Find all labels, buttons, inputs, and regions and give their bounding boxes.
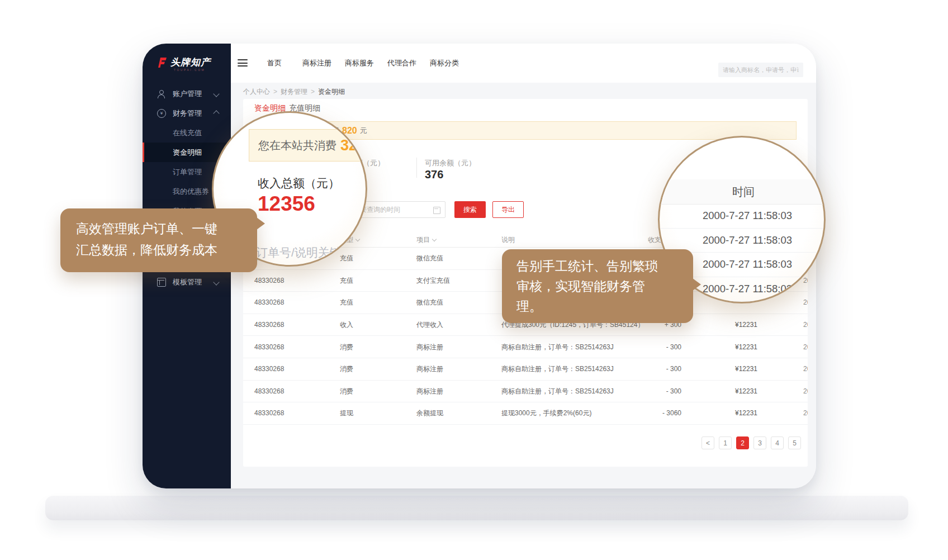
sidebar-item-1[interactable]: ¥财务管理: [143, 103, 231, 123]
cell-type: 消费: [340, 342, 353, 352]
stat-divider: [416, 158, 417, 178]
magnified-time-header: 时间: [660, 179, 826, 205]
chevron-down-icon: [213, 91, 219, 97]
cell-order: 48330268: [254, 343, 284, 351]
column-header-2: 项目: [416, 235, 436, 245]
tooltip-right-arrow-wrap: [502, 249, 693, 323]
cell-type: 充值: [340, 276, 353, 285]
magnified-time-row: 2000-7-27 11:58:03: [660, 204, 826, 229]
sidebar-item-label: 我的优惠券: [173, 187, 209, 197]
user-icon: [157, 90, 165, 98]
cell-order: 48330268: [254, 321, 284, 329]
pagination-page-1[interactable]: 1: [719, 436, 732, 449]
cell-project: 商标注册: [416, 386, 443, 396]
sidebar-item-label: 资金明细: [173, 148, 202, 158]
tooltip-left-arrow-wrap: [60, 208, 257, 272]
column-header-3: 说明: [501, 235, 515, 245]
sidebar-item-label: 财务管理: [173, 108, 202, 118]
cell-amount: - 300: [601, 387, 681, 395]
finance-icon: ¥: [157, 109, 166, 118]
cell-time: 2000-7-27 11:58:03: [803, 321, 808, 329]
cell-project: 支付宝充值: [416, 276, 450, 285]
cell-order: 48330268: [254, 409, 284, 417]
table-row[interactable]: 48330268提现余额提现提现3000元，手续费2%(60元)- 3060¥1…: [243, 402, 808, 425]
cell-type: 收入: [340, 320, 353, 330]
sidebar-item-label: 账户管理: [173, 89, 202, 99]
cell-type: 消费: [340, 364, 353, 374]
sidebar-item-label: 模板管理: [173, 277, 202, 287]
stat-balance-value: 376: [425, 168, 443, 181]
cell-amount: - 300: [601, 343, 681, 351]
cell-type: 提现: [340, 409, 353, 418]
cell-desc: 商标自助注册，订单号：SB2514263J: [501, 342, 614, 352]
breadcrumb: 个人中心>财务管理>资金明细: [243, 87, 345, 97]
search-button[interactable]: 搜索: [454, 201, 486, 218]
cell-amount: - 3060: [601, 409, 681, 417]
cell-project: 余额提现: [416, 409, 443, 418]
template-icon: [157, 278, 166, 287]
cell-time: 2000-7-27 11:58:03: [803, 277, 808, 284]
sidebar-item-0[interactable]: 账户管理: [143, 84, 231, 103]
cell-amount: - 300: [601, 365, 681, 373]
breadcrumb-current: 资金明细: [318, 88, 345, 96]
table-row[interactable]: 48330268消费商标注册商标自助注册，订单号：SB2514263J- 300…: [243, 381, 808, 403]
sort-caret-icon[interactable]: [356, 237, 360, 241]
nav-item-2[interactable]: 商标服务: [338, 58, 381, 68]
breadcrumb-separator: >: [273, 88, 277, 96]
pagination-page-4[interactable]: 4: [771, 436, 784, 449]
cell-desc: 商标自助注册，订单号：SB2514263J: [501, 386, 614, 396]
pagination-prev[interactable]: <: [701, 436, 714, 449]
nav-item-3[interactable]: 代理合作: [381, 58, 423, 68]
table-row[interactable]: 48330268消费商标注册商标自助注册，订单号：SB2514263J- 300…: [243, 358, 808, 381]
cell-type: 消费: [340, 386, 353, 396]
pagination: <12345: [701, 436, 801, 449]
breadcrumb-item[interactable]: 财务管理: [281, 88, 307, 96]
sidebar-item-label: 订单管理: [173, 167, 202, 177]
tooltip-right-arrow: [693, 278, 701, 291]
nav-item-0[interactable]: 首页: [253, 58, 296, 68]
cell-project: 商标注册: [416, 364, 443, 374]
hamburger-icon[interactable]: [238, 59, 248, 67]
chevron-up-icon: [213, 110, 219, 116]
sidebar-item-label: 在线充值: [173, 128, 202, 138]
logo-tagline: TOUPAI.COM: [174, 68, 205, 72]
cell-desc: 提现3000元，手续费2%(60元): [501, 409, 591, 418]
cell-order: 48330268: [254, 298, 284, 306]
sort-caret-icon[interactable]: [432, 237, 437, 241]
banner-suffix: 元: [360, 126, 367, 136]
chevron-down-icon: [213, 279, 219, 285]
cell-project: 微信充值: [416, 254, 443, 263]
table-row[interactable]: 48330268消费商标注册商标自助注册，订单号：SB2514263J- 300…: [243, 336, 808, 358]
cell-project: 微信充值: [416, 298, 443, 307]
search-input[interactable]: [718, 63, 803, 77]
magnified-income-label: 收入总额（元）: [258, 175, 340, 191]
cell-project: 代理收入: [416, 320, 443, 330]
sidebar-item-7[interactable]: 模板管理: [143, 272, 231, 292]
tooltip-left-arrow: [257, 217, 265, 230]
logo-text: 头牌知产: [170, 56, 211, 69]
cell-balance: ¥12231: [690, 321, 757, 329]
pagination-page-3[interactable]: 3: [753, 436, 766, 449]
export-button[interactable]: 导出: [492, 201, 524, 218]
cell-balance: ¥12231: [690, 365, 757, 373]
nav-item-1[interactable]: 商标注册: [296, 58, 338, 68]
cell-order: 48330268: [254, 365, 284, 373]
logo: 头牌知产: [156, 56, 211, 69]
cell-project: 商标注册: [416, 342, 443, 352]
breadcrumb-item[interactable]: 个人中心: [243, 88, 270, 96]
logo-mark-icon: [156, 57, 167, 68]
magnified-banner-prefix: 您在本站共消费: [258, 138, 336, 153]
cell-time: 2000-7-27 11:58:03: [803, 409, 808, 417]
nav-items: 首页商标注册商标服务代理合作商标分类: [253, 44, 466, 83]
nav-item-4[interactable]: 商标分类: [423, 58, 466, 68]
pagination-page-5[interactable]: 5: [788, 436, 801, 449]
cell-time: 2000-7-27 11:58:03: [803, 387, 808, 395]
cell-time: 2000-7-27 11:58:03: [803, 298, 808, 306]
cell-order: 48330268: [254, 277, 284, 284]
cell-type: 充值: [340, 254, 353, 263]
cell-type: 充值: [340, 298, 353, 307]
pagination-page-2[interactable]: 2: [736, 436, 749, 449]
sidebar-item-2[interactable]: 在线充值: [143, 123, 231, 143]
stat-balance-label: 可用余额（元）: [425, 158, 476, 168]
cell-balance: ¥12231: [690, 343, 757, 351]
